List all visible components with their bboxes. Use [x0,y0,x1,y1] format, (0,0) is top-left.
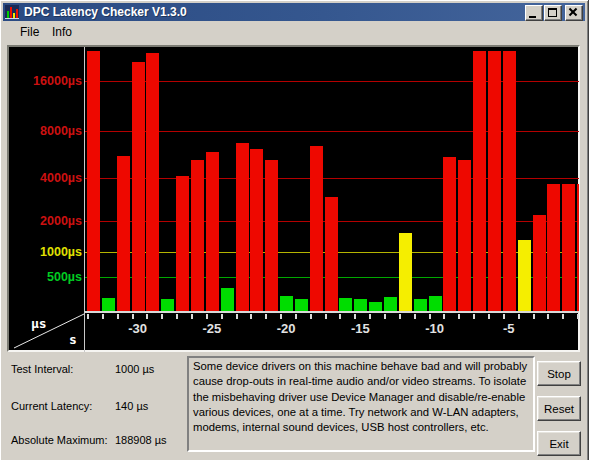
y-axis-labels: 16000µs8000µs4000µs2000µs1000µs500µs [9,47,82,311]
reset-button[interactable]: Reset [537,396,581,421]
x-tick [577,314,579,319]
x-tick [161,314,163,319]
latency-bar [547,184,560,311]
current-latency-label: Current Latency: [11,400,92,412]
x-tick [458,314,460,319]
latency-bar [87,51,100,311]
latency-bar [473,51,486,311]
x-tick [473,314,475,319]
latency-bar [354,299,367,311]
window-title: DPC Latency Checker V1.3.0 [24,5,187,19]
x-tick [117,314,119,319]
x-axis-label: -5 [489,321,529,336]
x-axis-label: -15 [340,321,380,336]
x-tick [250,314,252,319]
latency-bar [325,197,338,311]
x-tick [339,314,341,319]
x-tick [429,314,431,319]
latency-bar [176,176,189,311]
latency-bar [414,299,427,311]
latency-bar [429,296,442,311]
x-tick [369,314,371,319]
x-tick [562,314,564,319]
x-tick [295,314,297,319]
latency-bar [369,302,382,311]
maximize-icon [548,8,557,17]
title-bar[interactable]: DPC Latency Checker V1.3.0 [3,3,585,21]
latency-bar [310,146,323,311]
latency-bar [132,62,145,311]
unit-microseconds-label: µs [31,316,47,331]
x-tick [354,314,356,319]
maximize-button[interactable] [544,5,562,21]
y-axis-label: 2000µs [9,214,82,228]
x-tick [533,314,535,319]
x-tick [399,314,401,319]
menu-bar: File Info [3,21,585,40]
latency-bar [250,149,263,311]
x-tick [176,314,178,319]
x-tick [280,314,282,319]
current-latency-value: 140 µs [115,400,148,412]
absolute-maximum-value: 188908 µs [115,434,167,446]
x-tick [518,314,520,319]
latency-bar [191,160,204,311]
test-interval-value: 1000 µs [115,363,154,375]
exit-button[interactable]: Exit [537,431,581,456]
latency-bar [161,299,174,311]
y-axis-label: 1000µs [9,245,82,259]
app-icon [5,5,19,19]
x-axis: -30-25-20-15-10-5 [84,311,579,352]
status-panel: Test Interval: 1000 µs Current Latency: … [0,352,588,460]
y-axis-label: 16000µs [9,74,82,88]
x-tick [146,314,148,319]
latency-bar [280,296,293,311]
latency-bar [443,157,456,311]
x-axis-label: -20 [266,321,306,336]
stop-button[interactable]: Stop [537,361,581,386]
x-tick [325,314,327,319]
y-axis-label: 4000µs [9,171,82,185]
y-axis-label: 8000µs [9,124,82,138]
latency-bar [339,298,352,311]
desktop: { "window": { "title": "DPC Latency Chec… [0,0,614,460]
latency-bar [399,233,412,311]
x-tick [488,314,490,319]
x-tick [503,314,505,319]
plot-area [84,47,579,311]
x-tick [221,314,223,319]
x-tick [102,314,104,319]
minimize-button[interactable] [525,5,543,21]
x-axis-label: -30 [118,321,158,336]
x-tick [384,314,386,319]
menu-info[interactable]: Info [49,24,75,40]
x-axis-label: -10 [415,321,455,336]
app-window: DPC Latency Checker V1.3.0 File Info 160… [0,0,589,460]
latency-bar [236,143,249,311]
close-button[interactable] [565,5,583,21]
latency-bar [221,288,234,311]
y-axis-label: 500µs [9,270,82,284]
minimize-icon [529,16,536,18]
x-tick [414,314,416,319]
driver-advice-text: Some device drivers on this machine beha… [187,356,535,452]
menu-file[interactable]: File [17,24,42,40]
latency-bar [533,215,546,311]
latency-bar [265,160,278,311]
latency-bar [518,240,531,311]
latency-bar [562,184,575,311]
absolute-maximum-label: Absolute Maximum: [11,434,108,446]
unit-seconds-label: s [69,332,77,347]
latency-bar [488,51,501,311]
latency-bar [117,156,130,311]
latency-bar [577,184,579,311]
x-tick [206,314,208,319]
latency-bar [503,51,516,311]
x-tick [236,314,238,319]
latency-bar [384,297,397,311]
x-tick [547,314,549,319]
latency-bar [458,160,471,311]
x-tick [443,314,445,319]
x-tick [132,314,134,319]
latency-bar [146,53,159,311]
